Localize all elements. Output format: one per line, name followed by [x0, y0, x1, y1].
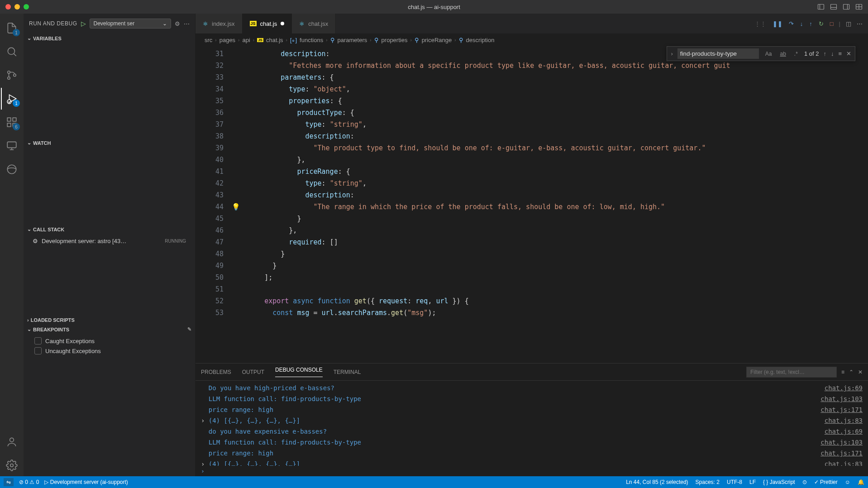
- debug-console-prompt[interactable]: ›: [196, 466, 868, 476]
- terminal-tab[interactable]: TERMINAL: [334, 369, 361, 375]
- svg-rect-20: [7, 142, 16, 148]
- variables-section-body: [24, 43, 195, 138]
- layout-icon[interactable]: [855, 3, 863, 10]
- close-window-button[interactable]: [5, 4, 11, 10]
- chevron-down-icon: ⌄: [27, 140, 31, 146]
- indentation[interactable]: Spaces: 2: [696, 479, 720, 485]
- edit-icon[interactable]: ✎: [187, 326, 191, 332]
- tab-index-jsx[interactable]: ⚛ index.jsx: [196, 14, 243, 33]
- svg-point-23: [7, 165, 16, 174]
- close-panel-button[interactable]: ✕: [858, 369, 863, 375]
- panel-bottom-icon[interactable]: [830, 3, 837, 10]
- step-into-button[interactable]: ↓: [800, 20, 803, 27]
- eol[interactable]: LF: [749, 479, 756, 485]
- match-word-button[interactable]: ab: [778, 50, 788, 58]
- loaded-scripts-section-header[interactable]: › LOADED SCRIPTS: [24, 316, 195, 325]
- gear-icon[interactable]: ⚙: [175, 20, 180, 27]
- drag-handle-icon[interactable]: ⋮⋮: [754, 20, 766, 27]
- svg-point-12: [8, 77, 10, 79]
- find-input[interactable]: [677, 48, 759, 59]
- dirty-indicator-icon: [281, 22, 284, 25]
- minimize-window-button[interactable]: [14, 4, 20, 10]
- encoding[interactable]: UTF-8: [727, 479, 742, 485]
- extensions-tab[interactable]: 6: [1, 111, 23, 133]
- cursor-position[interactable]: Ln 44, Col 85 (2 selected): [626, 479, 688, 485]
- notifications-icon[interactable]: 🔔: [858, 479, 864, 485]
- expand-panel-button[interactable]: ⌃: [849, 369, 854, 375]
- sidebar-title: RUN AND DEBUG: [29, 20, 77, 27]
- breakpoint-item[interactable]: Caught Exceptions: [24, 336, 195, 346]
- remote-button[interactable]: ⇋: [4, 478, 14, 486]
- debug-console-output[interactable]: Do you have high-priced e-basses?chat.js…: [196, 381, 868, 466]
- console-filter-input[interactable]: [746, 367, 837, 378]
- callstack-section-header[interactable]: ⌄ CALL STACK: [24, 225, 195, 234]
- js-icon: JS: [250, 21, 257, 26]
- prev-match-button[interactable]: ↑: [823, 50, 826, 57]
- sidebar: RUN AND DEBUG ▷ Development ser ⌄ ⚙ ⋯ ⌄ …: [24, 14, 196, 476]
- step-over-button[interactable]: ↷: [789, 20, 794, 27]
- react-icon: ⚛: [203, 20, 208, 27]
- debug-status[interactable]: ▷ Development server (ai-support): [44, 479, 128, 485]
- debug-config-dropdown[interactable]: Development ser ⌄: [90, 19, 171, 29]
- window-controls: [5, 4, 29, 10]
- breakpoints-section-body: Caught Exceptions Uncaught Exceptions: [24, 334, 195, 358]
- breadcrumb[interactable]: src› pages› api› JS chat.js› [∘] functio…: [196, 33, 868, 46]
- variables-section-header[interactable]: ⌄ VARIABLES: [24, 33, 195, 43]
- callstack-item[interactable]: ⚙ Development server: astro [43… RUNNING: [24, 236, 195, 246]
- restart-button[interactable]: ↻: [819, 20, 824, 27]
- explorer-tab[interactable]: 1: [1, 17, 23, 39]
- tab-chat-jsx[interactable]: ⚛ chat.jsx: [292, 14, 336, 33]
- chevron-down-icon: ⌄: [27, 226, 31, 232]
- settings-icon[interactable]: [1, 455, 23, 476]
- chevron-down-icon: ⌄: [27, 35, 31, 41]
- feedback-icon[interactable]: ☺: [845, 479, 850, 485]
- match-case-button[interactable]: Aa: [763, 50, 774, 58]
- breakpoint-item[interactable]: Uncaught Exceptions: [24, 346, 195, 356]
- status-badge: RUNNING: [165, 239, 186, 244]
- watch-section-body: [24, 148, 195, 225]
- pause-button[interactable]: ❚❚: [773, 20, 782, 27]
- titlebar-layout-controls: [817, 3, 863, 10]
- regex-button[interactable]: .*: [792, 50, 800, 58]
- breakpoints-section-header[interactable]: ⌄ BREAKPOINTS ✎: [24, 325, 195, 334]
- statusbar: ⇋ ⊘ 0 ⚠ 0 ▷ Development server (ai-suppo…: [0, 476, 868, 488]
- step-out-button[interactable]: ↑: [809, 20, 812, 27]
- debug-console-tab[interactable]: DEBUG CONSOLE: [275, 367, 323, 377]
- zoom-window-button[interactable]: [24, 4, 29, 10]
- debug-toolbar: ⋮⋮ ❚❚ ↷ ↓ ↑ ↻ □: [754, 20, 834, 27]
- titlebar: chat.js — ai-support: [0, 0, 868, 14]
- watch-section-header[interactable]: ⌄ WATCH: [24, 138, 195, 148]
- run-debug-tab[interactable]: 1: [1, 88, 23, 110]
- next-match-button[interactable]: ↓: [831, 50, 834, 57]
- language-mode[interactable]: { } JavaScript: [763, 479, 795, 485]
- copilot-icon[interactable]: ⊙: [802, 479, 807, 485]
- checkbox[interactable]: [34, 337, 42, 344]
- close-find-button[interactable]: ✕: [846, 50, 851, 57]
- split-editor-button[interactable]: ◫: [846, 20, 851, 27]
- stop-button[interactable]: □: [830, 20, 834, 27]
- line-numbers-gutter: 3132333435363738394041424344454647484950…: [196, 46, 231, 363]
- editor-area: ⚛ index.jsx JS chat.js ⚛ chat.jsx ⋮⋮ ❚❚ …: [196, 14, 868, 476]
- code-content[interactable]: description: "Fetches more information a…: [231, 46, 868, 363]
- edge-tab[interactable]: [1, 158, 23, 180]
- prettier-status[interactable]: ✓ Prettier: [814, 479, 838, 485]
- output-tab[interactable]: OUTPUT: [242, 369, 264, 375]
- more-icon[interactable]: ⋯: [184, 20, 190, 27]
- panel-right-icon[interactable]: [843, 3, 850, 10]
- find-selection-button[interactable]: ≡: [838, 50, 842, 57]
- tab-chat-js[interactable]: JS chat.js: [243, 14, 292, 33]
- problems-tab[interactable]: PROBLEMS: [201, 369, 231, 375]
- chevron-right-icon[interactable]: ›: [671, 50, 672, 57]
- panel-left-icon[interactable]: [817, 3, 825, 10]
- start-debug-button[interactable]: ▷: [81, 20, 86, 27]
- remote-tab[interactable]: [1, 135, 23, 157]
- source-control-tab[interactable]: [1, 64, 23, 86]
- search-tab[interactable]: [1, 41, 23, 62]
- errors-count[interactable]: ⊘ 0 ⚠ 0: [19, 479, 39, 485]
- account-icon[interactable]: [1, 431, 23, 453]
- checkbox[interactable]: [34, 347, 42, 354]
- code-editor[interactable]: 3132333435363738394041424344454647484950…: [196, 46, 868, 363]
- more-actions-button[interactable]: ⋯: [857, 20, 863, 27]
- log-level-button[interactable]: ≡: [841, 369, 844, 375]
- bottom-panel: PROBLEMS OUTPUT DEBUG CONSOLE TERMINAL ≡…: [196, 363, 868, 476]
